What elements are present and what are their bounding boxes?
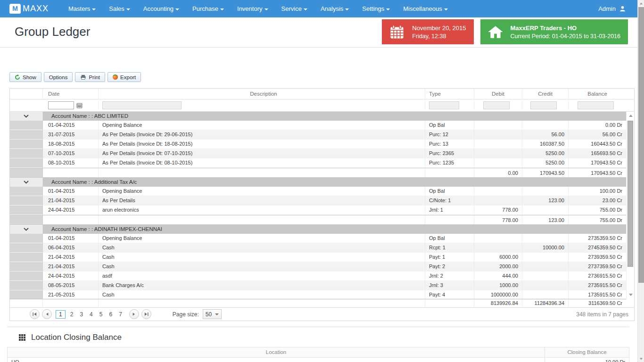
date-card[interactable]: November 20, 2015 Friday, 12:38 <box>382 19 473 44</box>
chevron-down-icon[interactable] <box>24 115 29 118</box>
group-header-row[interactable]: Account Name : : Additional Tax A/c <box>10 178 626 187</box>
type-filter-input[interactable] <box>429 101 459 109</box>
nav-item-inventory[interactable]: Inventory <box>231 0 274 17</box>
chevron-down-icon[interactable] <box>24 181 29 184</box>
col-description[interactable]: Description <box>99 89 425 99</box>
prev-page-button[interactable] <box>42 309 52 319</box>
last-page-button[interactable] <box>141 309 151 319</box>
grid-header-row: Date Description Type Debit Credit Balan… <box>10 89 634 99</box>
page-button-4[interactable]: 4 <box>86 311 96 318</box>
row-description: Bank Charges A/c <box>99 281 425 290</box>
calendar-icon <box>388 24 405 41</box>
row-description: Opening Balance <box>99 121 425 130</box>
ledger-row[interactable]: 18-08-2015As Per Details (Invoice Dt: 18… <box>10 140 626 149</box>
col-location[interactable]: Location <box>8 347 545 357</box>
ledger-row[interactable]: 21-04-2015CashPayt: 16000.002739359.50 C… <box>10 253 626 262</box>
user-menu[interactable]: Admin <box>598 5 631 12</box>
date-picker-button[interactable] <box>76 102 83 108</box>
nav-item-masters[interactable]: Masters <box>62 0 102 17</box>
col-date[interactable]: Date <box>43 89 99 99</box>
page-scroll-thumb[interactable] <box>638 7 644 283</box>
nav-item-miscellaneous[interactable]: Miscellaneous <box>396 0 454 17</box>
ledger-row[interactable]: 01-04-2015Opening BalanceOp Bal100.00 Dr <box>10 187 626 196</box>
ledger-row[interactable]: 21-05-2015CashPayt: 41000000.001735915.5… <box>10 290 626 299</box>
page-scroll-up-arrow[interactable] <box>638 0 644 7</box>
group-header-row[interactable]: Account Name : : ABC LIMITED <box>10 112 626 121</box>
ledger-row[interactable]: 21-04-2015As Per DetailsC/Note: 1123.002… <box>10 196 626 206</box>
ledger-row[interactable]: 07-10-2015As Per Details (Invoice Dt: 07… <box>10 149 626 158</box>
ledger-row[interactable]: 21-04-2015CashPayt: 22000.002737359.50 C… <box>10 262 626 272</box>
group-header-row[interactable]: Account Name : : ADINATH IMPEX-CHENNAI <box>10 225 626 234</box>
ledger-row[interactable]: 24-04-2015asdfJrnl: 2444.002736915.50 Cr <box>10 272 626 281</box>
location-closing-balance-panel: Location Closing Balance Location Closin… <box>7 327 629 362</box>
brand-logo[interactable]: M MAXX <box>9 4 49 14</box>
row-gutter <box>10 253 43 262</box>
nav-item-service[interactable]: Service <box>275 0 314 17</box>
page-button-6[interactable]: 6 <box>106 311 116 318</box>
grand-total-credit: 11284396.34 <box>522 299 569 307</box>
first-page-button[interactable] <box>30 309 40 319</box>
group-total-credit: 123.00 <box>522 215 569 224</box>
page-size-select[interactable]: 50 <box>203 309 222 319</box>
debit-filter-input[interactable] <box>483 101 510 109</box>
col-type[interactable]: Type <box>425 89 474 99</box>
page-button-2[interactable]: 2 <box>67 311 77 318</box>
ledger-row[interactable]: 24-04-2015arun electronicsJrnl: 1778.007… <box>10 206 626 215</box>
options-button[interactable]: Options <box>44 72 73 82</box>
col-debit[interactable]: Debit <box>474 89 522 99</box>
grid-grand-total-row: 8139926.84 11284396.34 3116369.50 Cr <box>10 299 626 307</box>
print-button[interactable]: Print <box>75 72 105 82</box>
balance-filter-input[interactable] <box>578 101 614 109</box>
location-row[interactable]: HO10.00 Dr <box>8 358 629 362</box>
nav-item-accounting[interactable]: Accounting <box>137 0 186 17</box>
page-button-3[interactable]: 3 <box>76 311 86 318</box>
collapse-group-button[interactable] <box>10 225 43 234</box>
ledger-row[interactable]: 01-04-2015Opening BalanceOp Bal2735359.5… <box>10 234 626 243</box>
company-card[interactable]: MaxxERP Traders - HO Current Period: 01-… <box>480 19 628 44</box>
row-description: Cash <box>99 253 425 262</box>
scroll-up-arrow[interactable] <box>627 112 634 120</box>
nav-item-purchase[interactable]: Purchase <box>186 0 231 17</box>
nav-item-analysis[interactable]: Analysis <box>314 0 355 17</box>
page-button-5[interactable]: 5 <box>96 311 106 318</box>
credit-filter-input[interactable] <box>530 101 557 109</box>
nav-item-settings[interactable]: Settings <box>355 0 396 17</box>
collapse-group-button[interactable] <box>10 178 43 187</box>
ledger-row[interactable]: 06-04-2015CashRcpt: 110000.002745359.50 … <box>10 243 626 253</box>
ledger-row[interactable]: 08-05-2015Bank Charges A/cJrnl: 31000.00… <box>10 281 626 290</box>
scroll-thumb[interactable] <box>627 121 633 267</box>
row-date: 21-04-2015 <box>43 196 99 206</box>
date-filter-input[interactable] <box>48 101 74 109</box>
row-balance: 2736915.50 Cr <box>569 272 626 281</box>
top-navbar: M MAXX MastersSalesAccountingPurchaseInv… <box>0 0 637 17</box>
current-page-button[interactable]: 1 <box>56 310 66 319</box>
summary-type <box>425 168 474 177</box>
row-balance: 56.00 Cr <box>569 130 626 140</box>
chevron-down-icon[interactable] <box>24 228 29 231</box>
nav-item-sales[interactable]: Sales <box>102 0 137 17</box>
page-scroll-down-arrow[interactable] <box>638 355 644 362</box>
description-filter-input[interactable] <box>102 101 182 109</box>
current-period: Current Period: 01-04-2015 to 31-03-2016 <box>511 33 620 40</box>
col-credit[interactable]: Credit <box>522 89 569 99</box>
row-description: arun electronics <box>99 206 425 215</box>
ledger-grid: Date Description Type Debit Credit Balan… <box>9 88 635 321</box>
row-balance: 2745359.50 Cr <box>569 243 626 253</box>
col-closing-balance[interactable]: Closing Balance <box>545 347 629 357</box>
col-balance[interactable]: Balance <box>569 89 626 99</box>
show-button[interactable]: Show <box>9 72 41 82</box>
export-button[interactable]: Export <box>107 72 141 82</box>
ledger-row[interactable]: 08-10-2015As Per Details (Invoice Dt: 08… <box>10 158 626 168</box>
row-type: Purc: 13 <box>425 140 474 149</box>
page-button-7[interactable]: 7 <box>116 311 125 318</box>
ledger-row[interactable]: 31-07-2015As Per Details (Invoice Dt: 29… <box>10 130 626 140</box>
scroll-down-arrow[interactable] <box>627 291 634 299</box>
row-type: Payt: 1 <box>425 253 474 262</box>
ledger-row[interactable]: 01-04-2015Opening BalanceOp Bal0.00 Dr <box>10 121 626 130</box>
printer-icon <box>80 74 86 80</box>
row-gutter <box>10 121 43 130</box>
panel-heading: Location Closing Balance <box>7 327 629 347</box>
collapse-group-button[interactable] <box>10 112 43 121</box>
next-page-button[interactable] <box>129 309 139 319</box>
chevron-down-icon <box>215 313 219 315</box>
